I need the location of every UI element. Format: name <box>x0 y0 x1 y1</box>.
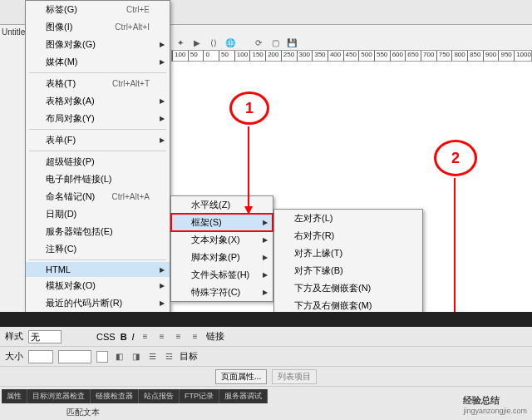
match-text-label: 匹配文本 <box>66 407 100 418</box>
list-ul-icon[interactable]: ☰ <box>146 351 158 363</box>
menu-item[interactable]: 注释(C) <box>26 240 170 258</box>
menu-item[interactable]: 文件头标签(H)▶ <box>171 266 273 284</box>
html-submenu[interactable]: 水平线(Z)框架(S)▶文本对象(X)▶脚本对象(P)▶文件头标签(H)▶特殊字… <box>170 195 273 302</box>
target-label: 目标 <box>180 350 198 363</box>
list-ol-icon[interactable]: ☲ <box>163 351 175 363</box>
menu-item[interactable]: 水平线(Z) <box>171 196 273 214</box>
menu-item[interactable]: 模板对象(O)▶ <box>26 277 170 294</box>
menu-item[interactable]: 表格对象(A)▶ <box>26 92 170 110</box>
play-icon[interactable]: ▶ <box>191 37 203 48</box>
menu-item[interactable]: 表单(F)▶ <box>26 131 170 149</box>
panel-darkbar <box>0 312 532 327</box>
menu-item[interactable]: 日期(D) <box>26 205 170 223</box>
bottom-tabs[interactable]: 属性目标浏览器检查链接检查器站点报告FTP记录服务器调试 <box>2 389 268 403</box>
code-icon[interactable]: ⟨⟩ <box>208 37 219 48</box>
indent-more-icon[interactable]: ◨ <box>130 351 141 363</box>
color-swatch[interactable] <box>96 351 108 363</box>
doc-icon[interactable]: ▢ <box>269 37 281 48</box>
globe-icon[interactable]: 🌐 <box>224 37 236 48</box>
menu-item[interactable]: 右对齐(R) <box>274 227 422 245</box>
align-center-icon[interactable]: ≡ <box>156 331 168 343</box>
menu-item[interactable]: 电子邮件链接(L) <box>26 170 170 188</box>
bottom-tab[interactable]: 链接检查器 <box>91 389 139 403</box>
unit-select[interactable] <box>58 350 91 363</box>
menu-item[interactable]: 左对齐(L) <box>274 210 422 227</box>
annotation-1: 1 <box>229 91 269 125</box>
watermark: 经验总结 jingyanzongjie.com <box>463 392 527 415</box>
menu-item[interactable]: 文本对象(X)▶ <box>171 231 273 249</box>
annotation-2: 2 <box>434 140 477 176</box>
css-label: CSS <box>96 332 116 342</box>
bottom-tab[interactable]: 站点报告 <box>139 389 180 403</box>
page-props-button[interactable]: 页面属性... <box>215 369 267 384</box>
menu-item[interactable]: HTML▶ <box>26 262 170 277</box>
indent-less-icon[interactable]: ◧ <box>113 351 125 363</box>
props-row-1: 样式 无 CSS B I ≡ ≡ ≡ ≡ 链接 <box>0 327 532 347</box>
menu-item[interactable]: 媒体(M)▶ <box>26 53 170 71</box>
bottom-tab[interactable]: FTP记录 <box>180 389 219 403</box>
insert-menu[interactable]: 标签(G)Ctrl+E图像(I)Ctrl+Alt+I图像对象(G)▶媒体(M)▶… <box>25 0 170 352</box>
menu-item[interactable]: 布局对象(Y)▶ <box>26 110 170 127</box>
menu-item[interactable]: 表格(T)Ctrl+Alt+T <box>26 75 170 92</box>
italic-button[interactable]: I <box>132 332 135 342</box>
wand-icon[interactable]: ✦ <box>175 37 186 48</box>
menu-item[interactable]: 最近的代码片断(R)▶ <box>26 294 170 312</box>
bold-button[interactable]: B <box>121 332 127 342</box>
menu-item[interactable]: 服务器端包括(E) <box>26 223 170 240</box>
props-row-2: 大小 ◧ ◨ ☰ ☲ 目标 <box>0 347 532 367</box>
mid-toolbar: ✦ ▶ ⟨⟩ 🌐 ⟳ ▢ 💾 <box>171 35 532 50</box>
list-item-button[interactable]: 列表项目 <box>272 369 317 384</box>
align-left-icon[interactable]: ≡ <box>140 331 151 343</box>
size-select[interactable] <box>28 350 53 363</box>
menu-item[interactable]: 下方及左侧嵌套(N) <box>274 279 422 297</box>
style-select[interactable]: 无 <box>28 330 62 343</box>
size-label: 大小 <box>5 350 23 363</box>
menu-item[interactable]: 对齐下缘(B) <box>274 262 422 279</box>
menu-item[interactable]: 框架(S)▶ <box>171 214 273 231</box>
align-right-icon[interactable]: ≡ <box>173 331 185 343</box>
ruler: 1005005010015020025030035040045050055060… <box>171 50 532 62</box>
bottom-tab[interactable]: 目标浏览器检查 <box>27 389 91 403</box>
menu-item[interactable]: 超级链接(P) <box>26 153 170 170</box>
style-label: 样式 <box>5 330 23 343</box>
props-row-3: 页面属性... 列表项目 <box>0 367 532 387</box>
align-just-icon[interactable]: ≡ <box>190 331 201 343</box>
refresh-icon[interactable]: ⟳ <box>253 37 264 48</box>
menu-item[interactable]: 图像对象(G)▶ <box>26 36 170 53</box>
properties-panel: 样式 无 CSS B I ≡ ≡ ≡ ≡ 链接 大小 ◧ ◨ ☰ ☲ 目标 页面… <box>0 312 532 420</box>
menu-item[interactable]: 命名锚记(N)Ctrl+Alt+A <box>26 188 170 205</box>
bottom-tab[interactable]: 属性 <box>2 389 27 403</box>
link-label: 链接 <box>206 330 224 343</box>
menu-item[interactable]: 图像(I)Ctrl+Alt+I <box>26 18 170 36</box>
bottom-tab[interactable]: 服务器调试 <box>219 389 268 403</box>
menu-item[interactable]: 脚本对象(P)▶ <box>171 249 273 266</box>
menu-item[interactable]: 特殊字符(C)▶ <box>171 284 273 301</box>
menu-item[interactable]: 对齐上缘(T) <box>274 245 422 262</box>
save-icon[interactable]: 💾 <box>286 37 298 48</box>
menu-item[interactable]: 标签(G)Ctrl+E <box>26 1 170 18</box>
